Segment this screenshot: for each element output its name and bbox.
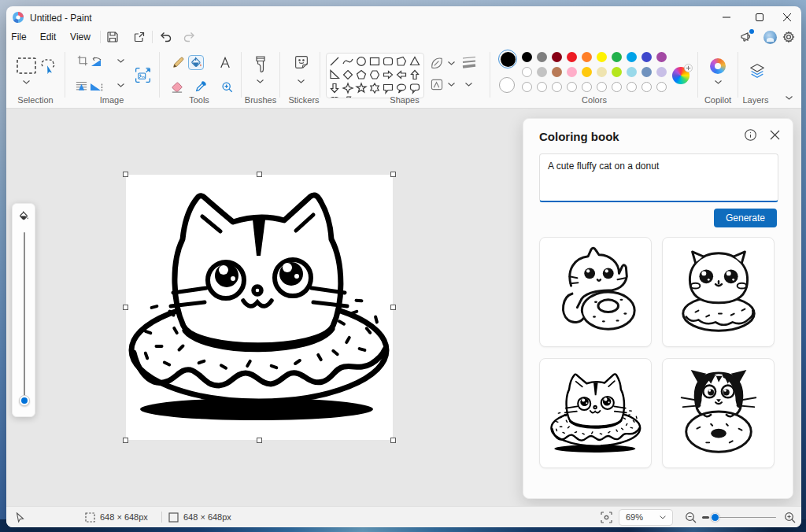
background-color-well[interactable] bbox=[499, 77, 515, 93]
resize-handle-s[interactable] bbox=[257, 438, 262, 443]
rect-select-tool[interactable] bbox=[17, 57, 36, 74]
color-swatch[interactable] bbox=[641, 52, 652, 62]
ribbon-collapse-chevron[interactable] bbox=[786, 96, 793, 100]
pattern-tool[interactable] bbox=[76, 80, 87, 91]
selection-dropdown-chevron[interactable] bbox=[23, 80, 30, 84]
slider-thumb[interactable] bbox=[19, 395, 30, 406]
color-swatch[interactable] bbox=[537, 52, 547, 62]
color-swatch[interactable] bbox=[612, 67, 622, 77]
menu-edit[interactable]: Edit bbox=[40, 29, 57, 45]
redo-button[interactable] bbox=[183, 31, 196, 43]
color-swatch[interactable] bbox=[597, 67, 607, 77]
fill-dropdown-chevron[interactable] bbox=[448, 83, 455, 87]
empty-color-swatch[interactable] bbox=[522, 82, 532, 92]
color-swatch[interactable] bbox=[627, 52, 637, 62]
close-button[interactable] bbox=[773, 6, 801, 28]
copilot-button[interactable] bbox=[710, 58, 726, 74]
share-button[interactable] bbox=[133, 31, 146, 43]
color-swatch[interactable] bbox=[582, 67, 592, 77]
shape-outline-dropdown[interactable] bbox=[431, 57, 443, 69]
undo-button[interactable] bbox=[159, 31, 172, 43]
account-avatar[interactable] bbox=[763, 31, 777, 44]
empty-color-swatch[interactable] bbox=[552, 82, 562, 92]
copilot-dropdown-chevron[interactable] bbox=[715, 80, 722, 84]
magnifier-tool[interactable] bbox=[221, 81, 233, 93]
color-swatch[interactable] bbox=[641, 67, 652, 77]
foreground-color-well[interactable] bbox=[498, 50, 517, 68]
drawing-canvas[interactable] bbox=[126, 175, 393, 440]
prompt-input[interactable]: A cute fluffy cat on a donut bbox=[539, 153, 778, 202]
shapes-gallery[interactable] bbox=[326, 53, 424, 98]
thumbnail-option-2[interactable] bbox=[662, 237, 775, 347]
empty-color-swatch[interactable] bbox=[597, 82, 607, 92]
maximize-button[interactable] bbox=[746, 6, 773, 28]
stroke-dropdown-chevron[interactable] bbox=[465, 83, 472, 87]
fill-tool[interactable] bbox=[188, 55, 204, 70]
color-swatch[interactable] bbox=[537, 67, 547, 77]
resize-handle-nw[interactable] bbox=[123, 172, 128, 177]
brushes-dropdown-chevron[interactable] bbox=[257, 79, 264, 83]
menu-file[interactable]: File bbox=[11, 29, 26, 45]
stickers-tool[interactable] bbox=[294, 55, 309, 69]
resize-handle-e[interactable] bbox=[390, 305, 396, 310]
empty-color-swatch[interactable] bbox=[627, 82, 637, 92]
color-swatch[interactable] bbox=[522, 67, 532, 77]
resize-image-tool[interactable] bbox=[135, 67, 151, 83]
text-tool[interactable] bbox=[220, 57, 231, 68]
color-swatch[interactable] bbox=[552, 67, 562, 77]
empty-color-swatch[interactable] bbox=[612, 82, 622, 92]
zoom-in-icon[interactable] bbox=[784, 512, 796, 523]
resize-handle-n[interactable] bbox=[257, 172, 262, 177]
empty-color-swatch[interactable] bbox=[641, 82, 652, 92]
empty-color-swatch[interactable] bbox=[537, 82, 547, 92]
zoom-slider-thumb[interactable] bbox=[711, 513, 719, 522]
color-swatch[interactable] bbox=[582, 52, 592, 62]
color-swatch[interactable] bbox=[597, 52, 607, 62]
resize-handle-ne[interactable] bbox=[390, 172, 396, 177]
stroke-width-dropdown[interactable] bbox=[460, 55, 478, 69]
zoom-slider[interactable] bbox=[702, 507, 776, 527]
empty-color-swatch[interactable] bbox=[656, 82, 667, 92]
color-swatch[interactable] bbox=[656, 67, 667, 77]
generate-button[interactable]: Generate bbox=[714, 209, 777, 227]
fit-to-screen-icon[interactable] bbox=[601, 512, 612, 523]
color-swatch[interactable] bbox=[612, 52, 622, 62]
tool-size-slider[interactable] bbox=[12, 203, 35, 417]
brushes-tool[interactable] bbox=[255, 56, 266, 73]
stickers-dropdown-chevron[interactable] bbox=[298, 79, 305, 83]
zoom-level-dropdown[interactable]: 69% bbox=[619, 509, 673, 526]
color-picker-tool[interactable] bbox=[195, 80, 207, 92]
eraser-tool[interactable] bbox=[171, 82, 183, 93]
info-icon[interactable] bbox=[745, 129, 756, 141]
crop-tool[interactable] bbox=[77, 55, 88, 66]
shape-fill-dropdown[interactable] bbox=[431, 79, 443, 91]
minimize-button[interactable] bbox=[713, 6, 740, 28]
zoom-out-icon[interactable] bbox=[685, 512, 697, 523]
empty-color-swatch[interactable] bbox=[582, 82, 592, 92]
color-swatch[interactable] bbox=[552, 52, 562, 62]
resize-handle-se[interactable] bbox=[390, 438, 396, 443]
feedback-button[interactable] bbox=[740, 31, 753, 43]
color-swatch[interactable] bbox=[567, 67, 577, 77]
color-swatch[interactable] bbox=[656, 52, 667, 62]
color-swatch[interactable] bbox=[627, 67, 637, 77]
resize-handle-w[interactable] bbox=[123, 305, 128, 310]
rotate-tool[interactable] bbox=[89, 57, 103, 68]
flip-dropdown-chevron[interactable] bbox=[117, 83, 124, 87]
panel-close-icon[interactable] bbox=[770, 130, 780, 140]
layers-button[interactable] bbox=[749, 62, 766, 79]
color-swatch[interactable] bbox=[522, 52, 532, 62]
free-select-tool[interactable] bbox=[39, 58, 56, 75]
outline-dropdown-chevron[interactable] bbox=[448, 61, 455, 65]
menu-view[interactable]: View bbox=[70, 29, 91, 45]
thumbnail-option-3[interactable] bbox=[539, 358, 652, 468]
edit-colors-button[interactable] bbox=[672, 67, 690, 84]
thumbnail-option-4[interactable] bbox=[662, 358, 775, 468]
rotate-dropdown-chevron[interactable] bbox=[117, 59, 124, 63]
settings-button[interactable] bbox=[782, 31, 795, 43]
flip-tool[interactable] bbox=[89, 82, 103, 91]
thumbnail-option-1[interactable] bbox=[539, 237, 652, 347]
slider-track[interactable] bbox=[24, 232, 25, 396]
resize-handle-sw[interactable] bbox=[123, 438, 128, 443]
save-button[interactable] bbox=[106, 31, 119, 43]
